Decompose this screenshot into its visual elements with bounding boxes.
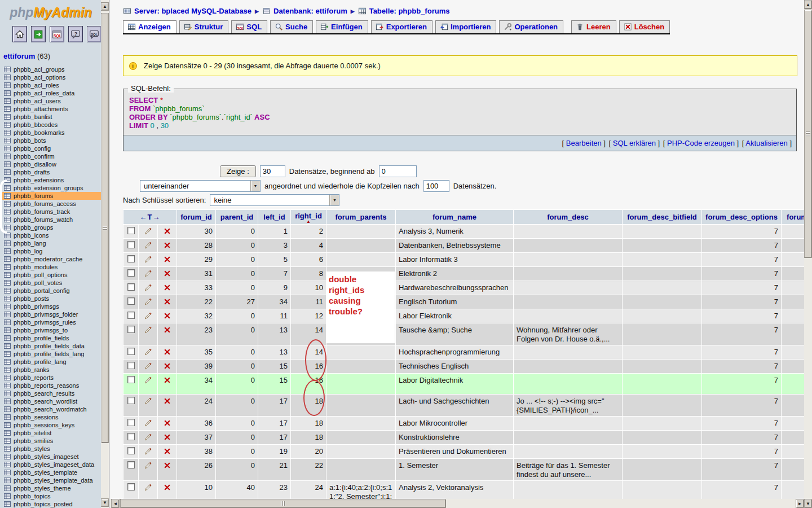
sidebar-item-phpbb_reports_reasons[interactable]: phpbb_reports_reasons (0, 382, 102, 389)
row-checkbox[interactable] (127, 483, 135, 491)
sql-docs-button[interactable]: SQL (87, 26, 102, 42)
sidebar-item-phpbb_posts[interactable]: phpbb_posts (0, 295, 102, 303)
sidebar-item-phpbb_banlist[interactable]: phpbb_banlist (0, 113, 102, 121)
column-header-forum_desc_options[interactable]: forum_desc_options (702, 210, 781, 224)
edit-row-button[interactable] (144, 297, 152, 306)
row-checkbox[interactable] (127, 376, 135, 383)
sidebar-item-phpbb_confirm[interactable]: phpbb_confirm (0, 152, 102, 160)
row-checkbox[interactable] (127, 312, 135, 319)
tab-l-schen[interactable]: Löschen (619, 20, 670, 33)
sidebar-item-phpbb_attachments[interactable]: phpbb_attachments (0, 105, 102, 113)
tab-struktur[interactable]: Struktur (179, 20, 229, 33)
sidebar-item-phpbb_moderator_cache[interactable]: phpbb_moderator_cache (0, 255, 102, 263)
sidebar-item-phpbb_privmsgs[interactable]: phpbb_privmsgs (0, 303, 102, 310)
sidebar-item-phpbb_poll_options[interactable]: phpbb_poll_options (0, 271, 102, 279)
edit-row-button[interactable] (144, 419, 152, 427)
edit-row-button[interactable] (144, 227, 152, 235)
edit-row-button[interactable] (144, 461, 152, 470)
sql-action-php-code-erzeugen[interactable]: PHP-Code erzeugen (667, 139, 735, 147)
scroll-up-icon[interactable]: ▲ (804, 0, 812, 9)
sidebar-item-phpbb_config[interactable]: phpbb_config (0, 144, 102, 152)
sidebar-item-phpbb_forums_access[interactable]: phpbb_forums_access (0, 200, 102, 208)
sidebar-item-phpbb_forums[interactable]: phpbb_forums (0, 192, 102, 200)
sidebar-item-phpbb_forums_track[interactable]: phpbb_forums_track (0, 208, 102, 216)
sidebar-item-phpbb_topics_posted[interactable]: phpbb_topics_posted (0, 500, 102, 508)
row-checkbox[interactable] (127, 348, 135, 355)
delete-row-button[interactable] (163, 362, 171, 370)
sidebar-item-phpbb_search_results[interactable]: phpbb_search_results (0, 389, 102, 397)
delete-row-button[interactable] (163, 255, 171, 264)
delete-row-button[interactable] (163, 397, 171, 405)
column-header-right_id[interactable]: right_id▲ (291, 210, 326, 224)
sql-action-sql-erkl-ren[interactable]: SQL erklären (613, 139, 656, 147)
column-header-forum_desc[interactable]: forum_desc (514, 210, 622, 224)
column-header-forum_id[interactable]: forum_id (177, 210, 215, 224)
edit-row-button[interactable] (144, 433, 152, 441)
delete-row-button[interactable] (163, 461, 171, 470)
sidebar-item-phpbb_poll_votes[interactable]: phpbb_poll_votes (0, 279, 102, 287)
scroll-up-icon[interactable]: ▲ (101, 2, 109, 11)
sidebar-item-phpbb_acl_options[interactable]: phpbb_acl_options (0, 73, 102, 81)
sidebar-item-phpbb_acl_users[interactable]: phpbb_acl_users (0, 97, 102, 105)
row-layout-select[interactable]: untereinander ▼ (140, 180, 261, 192)
sidebar-item-phpbb_reports[interactable]: phpbb_reports (0, 374, 102, 382)
sidebar-scroll-thumb[interactable] (101, 13, 109, 443)
edit-row-button[interactable] (144, 255, 152, 264)
delete-row-button[interactable] (163, 241, 171, 249)
sidebar-item-phpbb_extension_groups[interactable]: phpbb_extension_groups (0, 184, 102, 192)
edit-row-button[interactable] (144, 241, 152, 249)
scroll-down-icon[interactable]: ▼ (101, 498, 109, 507)
sql-action-aktualisieren[interactable]: Aktualisieren (745, 139, 787, 147)
sidebar-item-phpbb_smilies[interactable]: phpbb_smilies (0, 437, 102, 445)
sidebar-item-phpbb_sitelist[interactable]: phpbb_sitelist (0, 429, 102, 437)
repeat-headers-input[interactable] (423, 180, 449, 192)
sidebar-item-phpbb_search_wordmatch[interactable]: phpbb_search_wordmatch (0, 405, 102, 413)
sql-window-button[interactable]: SQL (50, 26, 64, 42)
row-checkbox[interactable] (127, 461, 135, 468)
row-checkbox[interactable] (127, 255, 135, 262)
delete-row-button[interactable] (163, 376, 171, 384)
edit-row-button[interactable] (144, 397, 152, 405)
delete-row-button[interactable] (163, 312, 171, 320)
sidebar-item-phpbb_privmsgs_folder[interactable]: phpbb_privmsgs_folder (0, 310, 102, 318)
sidebar-item-phpbb_extensions[interactable]: phpbb_extensions (0, 176, 102, 184)
column-header-forum_desc_bitfield[interactable]: forum_desc_bitfield (623, 210, 701, 224)
delete-row-button[interactable] (163, 483, 171, 492)
row-count-input[interactable] (260, 165, 285, 177)
sidebar-item-phpbb_profile_fields[interactable]: phpbb_profile_fields (0, 334, 102, 342)
horizontal-scroll-thumb[interactable] (120, 499, 446, 508)
delete-row-button[interactable] (163, 283, 171, 292)
sidebar-item-phpbb_styles_imageset[interactable]: phpbb_styles_imageset (0, 453, 102, 461)
edit-row-button[interactable] (144, 312, 152, 320)
sidebar-item-phpbb_log[interactable]: phpbb_log (0, 247, 102, 255)
edit-row-button[interactable] (144, 376, 152, 384)
row-checkbox[interactable] (127, 447, 135, 454)
tab-sql[interactable]: SQLSQL (231, 20, 267, 33)
sidebar-item-phpbb_bookmarks[interactable]: phpbb_bookmarks (0, 129, 102, 137)
vertical-scrollbar[interactable]: ▲ ▼ (804, 0, 812, 508)
show-button[interactable]: Zeige : (220, 165, 256, 177)
row-checkbox[interactable] (127, 326, 135, 333)
column-header-parent_id[interactable]: parent_id (216, 210, 258, 224)
scroll-down-icon[interactable]: ▼ (804, 499, 812, 508)
sidebar-item-phpbb_styles_template_data[interactable]: phpbb_styles_template_data (0, 476, 102, 484)
sidebar-item-phpbb_modules[interactable]: phpbb_modules (0, 263, 102, 271)
column-header-forum[interactable]: forum (782, 210, 804, 224)
delete-row-button[interactable] (163, 419, 171, 427)
row-checkbox[interactable] (127, 433, 135, 440)
breadcrumb-table[interactable]: Tabelle: phpbb_forums (358, 7, 450, 15)
tab-importieren[interactable]: Importieren (435, 20, 497, 33)
sidebar-item-phpbb_topics[interactable]: phpbb_topics (0, 492, 102, 500)
row-checkbox[interactable] (127, 297, 135, 305)
sidebar-item-phpbb_groups[interactable]: phpbb_groups (0, 224, 102, 231)
delete-row-button[interactable] (163, 227, 171, 235)
sidebar-item-phpbb_drafts[interactable]: phpbb_drafts (0, 168, 102, 176)
sidebar-item-phpbb_profile_fields_data[interactable]: phpbb_profile_fields_data (0, 342, 102, 350)
tab-operationen[interactable]: Operationen (499, 20, 563, 33)
database-link[interactable]: ettiforum (63) (3, 52, 102, 60)
sidebar-item-phpbb_icons[interactable]: phpbb_icons (0, 231, 102, 239)
delete-row-button[interactable] (163, 433, 171, 441)
sidebar-item-phpbb_disallow[interactable]: phpbb_disallow (0, 160, 102, 168)
edit-row-button[interactable] (144, 483, 152, 492)
tab-exportieren[interactable]: Exportieren (371, 20, 433, 33)
